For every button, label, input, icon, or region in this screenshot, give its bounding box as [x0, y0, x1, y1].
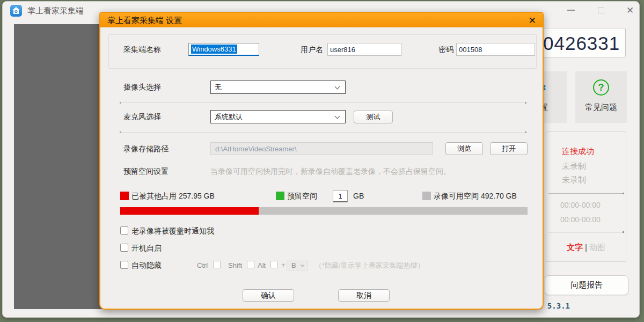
mic-test-button[interactable]: 测试 [354, 111, 393, 123]
house-camera-icon [12, 6, 20, 15]
maximize-button[interactable] [592, 4, 610, 17]
faq-tile[interactable]: ? 常见问题 [575, 71, 627, 123]
available-legend: 录像可用空间 492.70 GB [434, 192, 517, 201]
available-value: 492.70 GB [481, 192, 517, 200]
camera-label: 摄像头选择 [123, 83, 161, 92]
microphone-label: 麦克风选择 [123, 112, 161, 122]
app-logo-icon [10, 5, 22, 17]
status-divider [548, 232, 624, 232]
available-label: 录像可用空间 [434, 192, 479, 200]
reserved-gb-input[interactable]: 1 [333, 190, 348, 202]
alt-label: Alt [258, 261, 266, 269]
question-icon: ? [593, 79, 609, 96]
disk-usage-bar [120, 207, 528, 215]
open-button[interactable]: 打开 [490, 142, 528, 155]
used-space-label: 已被其他占用 [131, 192, 177, 200]
hotkey-key-select[interactable]: B [287, 260, 308, 270]
autohide-checkbox[interactable] [120, 261, 128, 269]
storage-path-field: d:\AtHomeVideoStreamer\ [210, 142, 433, 155]
gif-mode-option[interactable]: 动图 [589, 243, 605, 252]
username-input[interactable]: user816 [327, 43, 401, 56]
hotkey-key-value: B [291, 261, 296, 269]
minimize-icon [567, 10, 575, 11]
used-space-legend: 已被其他占用 257.95 GB [131, 192, 215, 201]
password-label: 密码 [438, 45, 453, 55]
selected-text: Windows6331 [191, 45, 237, 54]
close-icon: ✕ [626, 6, 634, 15]
cid-number: 0426331 [543, 33, 620, 54]
reserved-unit: GB [353, 192, 364, 200]
mode-separator: | [583, 243, 589, 252]
password-input[interactable]: 001508 [456, 43, 535, 56]
close-button[interactable]: ✕ [621, 4, 639, 17]
faq-tile-label: 常见问题 [575, 103, 627, 113]
window-title: 掌上看家采集端 [27, 6, 84, 16]
camera-select[interactable]: 无 [210, 80, 346, 94]
status-divider [548, 193, 624, 194]
desktop: 掌上看家采集端 ✕ 0426331 ⚙ 设置 ? 常见问题 连接成功 未录制 未… [0, 0, 644, 322]
used-space-swatch [120, 192, 129, 200]
connection-status: 连接成功 [562, 147, 594, 157]
shift-label: Shift [228, 261, 242, 269]
confirm-button[interactable]: 确认 [243, 289, 294, 302]
reserved-swatch [276, 192, 284, 200]
record-status-1: 未录制 [562, 162, 586, 172]
microphone-selected-value: 系统默认 [215, 112, 243, 122]
schedule-time-1: 00:00-00:00 [560, 201, 601, 209]
storage-path-label: 录像存储路径 [123, 144, 169, 154]
notify-overwrite-label: 老录像将被覆盖时通知我 [131, 226, 214, 236]
notify-mode-toggle: 文字|动图 [546, 243, 626, 253]
schedule-time-2: 00:00-00:00 [560, 215, 601, 224]
autostart-checkbox[interactable] [120, 244, 128, 252]
autostart-label: 开机自启 [131, 244, 162, 253]
camera-selected-value: 无 [215, 83, 222, 92]
plus-sign: + [281, 261, 286, 269]
reserved-space-label: 预留空间设置 [123, 167, 169, 177]
hotkey-note: （*隐藏/显示掌上看家采集端热键） [315, 261, 425, 270]
used-space-value: 257.95 GB [179, 192, 215, 200]
dialog-title: 掌上看家采集端 设置 [107, 16, 182, 26]
maximize-icon [598, 7, 604, 13]
microphone-select[interactable]: 系统默认 [210, 110, 346, 123]
autohide-label: 自动隐藏 [131, 261, 162, 270]
text-mode-option[interactable]: 文字 [567, 243, 583, 252]
notify-overwrite-checkbox[interactable] [120, 226, 128, 235]
available-swatch [422, 192, 431, 200]
disk-usage-bar-used [120, 207, 259, 215]
dialog-titlebar: 掌上看家采集端 设置 ✕ [100, 13, 543, 27]
username-label: 用户名 [301, 45, 323, 55]
cancel-button[interactable]: 取消 [338, 289, 390, 302]
record-status-2: 未录制 [562, 175, 586, 185]
settings-dialog: 掌上看家采集端 设置 ✕ 采集端名称 Windows6331 用户名 user8… [99, 12, 544, 310]
chevron-down-icon [335, 84, 340, 90]
problem-report-button[interactable]: 问题报告 [545, 275, 628, 295]
shift-checkbox[interactable] [247, 261, 254, 268]
chevron-down-icon [301, 263, 304, 267]
chevron-down-icon [335, 114, 340, 119]
dialog-close-icon[interactable]: ✕ [529, 15, 536, 26]
reserved-label: 预留空间 [287, 192, 317, 201]
ctrl-checkbox[interactable] [213, 261, 221, 268]
ctrl-label: Ctrl [197, 261, 208, 269]
reserved-space-hint: 当录像可用空间快用完时，新录像自动覆盖老录像，不会挤占保留空间。 [210, 167, 451, 177]
section-divider [120, 132, 526, 133]
collector-name-input[interactable]: Windows6331 [188, 43, 259, 56]
section-divider [120, 103, 526, 103]
alt-checkbox[interactable] [270, 261, 278, 268]
browse-button[interactable]: 浏览 [445, 142, 483, 155]
name-label: 采集端名称 [123, 45, 161, 55]
minimize-button[interactable] [562, 4, 580, 17]
